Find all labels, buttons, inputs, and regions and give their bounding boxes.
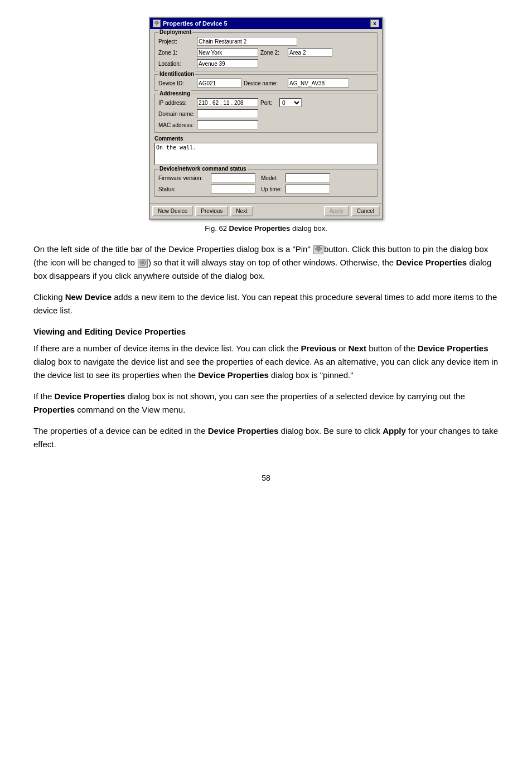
device-id-row: Device ID: Device name: [158,79,374,88]
para3-end: dialog box is "pinned." [269,370,354,380]
paragraph-2: Clicking New Device adds a new item to t… [33,291,499,317]
mac-label: MAC address: [158,122,195,128]
device-name-input[interactable] [288,79,349,88]
port-select[interactable]: 0 [279,98,302,107]
svg-rect-5 [315,248,322,249]
svg-rect-1 [156,24,157,26]
titlebar-left: Properties of Device 5 [153,20,228,27]
deployment-section: Deployment Project: Zone 1: Zone 2: Loca… [154,32,378,71]
location-row: Location: [158,59,374,68]
device-properties-dialog: Properties of Device 5 × Deployment Proj… [149,17,383,220]
para4-start: If the [33,391,55,401]
cancel-button[interactable]: Cancel [351,206,380,216]
para2-start: Clicking [33,292,65,302]
para1-bold1: Device Properties [396,258,467,267]
para2-bold: New Device [65,292,112,302]
ip-input[interactable] [197,98,258,107]
comments-textarea[interactable]: On the wall. [154,143,378,165]
paragraph-1: On the left side of the title bar of the… [33,243,499,283]
para3-bold1: Previous [301,344,336,353]
ip-row: IP address: Port: 0 [158,98,374,107]
mac-input[interactable] [197,120,258,129]
page-number: 58 [33,473,499,482]
paragraph-5: The properties of a device can be edited… [33,424,499,451]
para3-mid1: or [336,344,349,353]
para3-bold4: Device Properties [198,370,269,380]
device-network-section: Device/network command status Firmware v… [154,169,378,197]
zone-row: Zone 1: Zone 2: [158,48,374,57]
zone1-label: Zone 1: [158,50,195,56]
firmware-row: Firmware version: Model: [158,173,374,182]
para5-start: The properties of a device can be edited… [33,426,208,436]
figure-caption-start: Fig. 62 [205,224,227,233]
dialog-titlebar: Properties of Device 5 × [150,18,382,29]
ip-label: IP address: [158,100,195,106]
domain-row: Domain name: [158,109,374,118]
previous-button[interactable]: Previous [195,206,228,216]
device-name-label: Device name: [244,80,286,86]
addressing-section-title: Addressing [158,90,191,96]
addressing-section: Addressing IP address: Port: 0 Domain na… [154,94,378,133]
location-label: Location: [158,61,195,67]
model-input[interactable] [286,173,330,182]
firmware-label: Firmware version: [158,175,209,181]
close-button[interactable]: × [370,20,379,27]
section-heading-viewing: Viewing and Editing Device Properties [33,325,499,338]
comments-label: Comments [154,136,378,142]
next-button[interactable]: Next [230,206,253,216]
para5-bold2: Apply [383,426,406,436]
main-text: On the left side of the title bar of the… [33,243,499,451]
mac-row: MAC address: [158,120,374,129]
identification-section-title: Identification [158,71,195,77]
zone2-label: Zone 2: [260,50,286,56]
svg-point-7 [141,261,144,264]
project-input[interactable] [197,37,297,46]
para3-start: If there are a number of device items in… [33,344,301,353]
para3-bold2: Next [348,344,366,353]
pin-button[interactable] [153,20,161,27]
device-network-title: Device/network command status [158,166,248,172]
zone1-input[interactable] [197,48,258,57]
dialog-title: Properties of Device 5 [163,20,228,27]
uptime-input[interactable] [286,185,330,194]
pinned-icon [138,259,148,268]
device-id-label: Device ID: [158,80,195,86]
paragraph-4: If the Device Properties dialog box is n… [33,390,499,417]
zone2-input[interactable] [288,48,332,57]
apply-button[interactable]: Apply [324,206,349,216]
dialog-content: Deployment Project: Zone 1: Zone 2: Loca… [150,29,382,203]
para3-mid2: button of the [366,344,418,353]
status-label: Status: [158,186,209,192]
para1-start: On the left side of the title bar of the… [33,244,313,254]
status-input[interactable] [211,185,255,194]
domain-label: Domain name: [158,111,195,117]
status-row: Status: Up time: [158,185,374,194]
figure-caption-rest: dialog box. [292,224,327,233]
port-label: Port: [260,100,277,106]
deployment-section-title: Deployment [158,29,192,35]
domain-input[interactable] [197,109,258,118]
model-label: Model: [261,175,283,181]
svg-rect-2 [154,22,159,23]
uptime-label: Up time: [261,186,283,192]
project-row: Project: [158,37,374,46]
paragraph-3: If there are a number of device items in… [33,342,499,382]
para5-end: dialog box. Be sure to click [278,426,383,436]
para1-end: ) so that it will always stay on top of … [148,258,396,267]
para4-mid: dialog box is not shown, you can see the… [125,391,465,401]
new-device-button[interactable]: New Device [152,206,193,216]
comments-section: Comments On the wall. [154,136,378,166]
project-label: Project: [158,38,195,45]
para4-bold2: Properties [33,405,75,414]
firmware-input[interactable] [211,173,255,182]
location-input[interactable] [197,59,258,68]
pin-icon [313,245,323,254]
para4-end: command on the View menu. [75,405,185,414]
para4-bold1: Device Properties [55,391,125,401]
svg-rect-4 [318,250,319,252]
figure-caption-bold: Device Properties [229,224,291,233]
dialog-wrapper: Properties of Device 5 × Deployment Proj… [33,17,499,233]
para5-bold: Device Properties [208,426,279,436]
device-id-input[interactable] [197,79,241,88]
figure-caption: Fig. 62 Device Properties dialog box. [205,224,327,233]
